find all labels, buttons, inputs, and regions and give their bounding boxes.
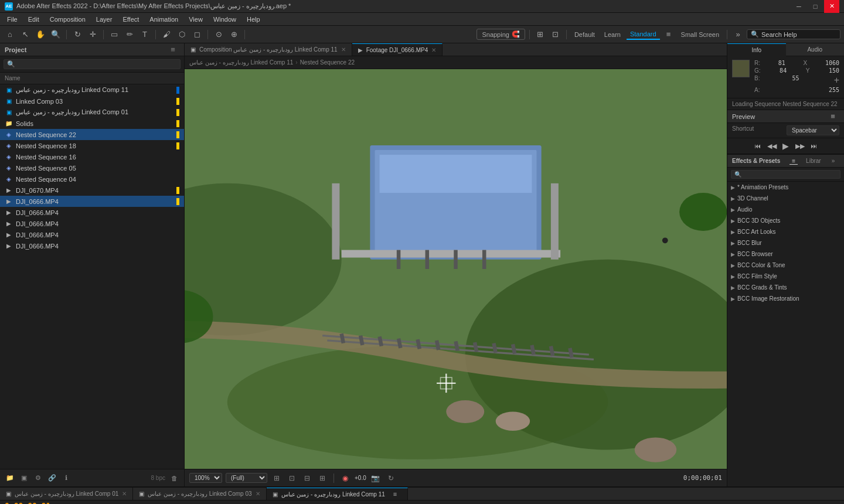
proj-trash[interactable]: 🗑: [169, 473, 179, 483]
menu-effect[interactable]: Effect: [118, 15, 144, 24]
project-item-5[interactable]: ◈ Nested Sequence 22: [0, 129, 184, 140]
zoom-select[interactable]: 100% 50% 200% Fit: [189, 473, 222, 483]
project-item-13[interactable]: ▶ DJI_0666.MP4: [0, 218, 184, 229]
info-tab[interactable]: Info: [727, 43, 786, 56]
puppet-tool[interactable]: ⊕: [227, 28, 240, 41]
eff-cat-bcc-color[interactable]: ▶ BCC Color & Tone: [727, 260, 844, 271]
eff-cat-bcc-image[interactable]: ▶ BCC Image Restoration: [727, 293, 844, 304]
project-search-input[interactable]: [17, 61, 177, 68]
menu-composition[interactable]: Composition: [45, 15, 90, 24]
project-item-1[interactable]: ▣ رودبارچیره - زمین عباس Linked Comp 11: [0, 84, 184, 96]
eff-cat-bcc-blur[interactable]: ▶ BCC Blur: [727, 237, 844, 248]
track-tool[interactable]: ✛: [86, 28, 99, 41]
roto-tool[interactable]: ⊙: [212, 28, 225, 41]
bc-item-2[interactable]: Nested Sequence 22: [300, 59, 355, 66]
safe-icon[interactable]: ⊟: [301, 472, 313, 484]
go-first-btn[interactable]: ⏮: [753, 141, 763, 151]
close-button[interactable]: ✕: [824, 0, 839, 13]
comp11-menu-icon[interactable]: ≡: [389, 488, 401, 500]
eff-cat-audio[interactable]: ▶ Audio: [727, 204, 844, 215]
preview-tab-footage[interactable]: ▶ Footage DJI_0666.MP4 ✕: [352, 43, 443, 56]
effects-search-input[interactable]: [743, 171, 837, 178]
play-btn[interactable]: ▶: [781, 141, 791, 151]
workspace-default[interactable]: Default: [571, 30, 598, 39]
search-input[interactable]: [761, 31, 826, 38]
stamp-tool[interactable]: ⬡: [175, 28, 188, 41]
eff-cat-bcc-browser[interactable]: ▶ BCC Browser: [727, 248, 844, 260]
tl-tab-comp11[interactable]: ▣ رودبارچیره - زمین عباس Linked Comp 11 …: [267, 488, 408, 500]
project-item-4[interactable]: 📁 Solids: [0, 118, 184, 129]
eff-cat-bcc-art[interactable]: ▶ BCC Art Looks: [727, 226, 844, 237]
brush-tool[interactable]: 🖌: [160, 28, 173, 41]
resolution-icon[interactable]: ⊞: [271, 472, 283, 484]
menu-layer[interactable]: Layer: [91, 15, 117, 24]
proj-new-comp[interactable]: ▣: [19, 473, 29, 483]
bc-item-1[interactable]: رودبارچیره - زمین عباس Linked Comp 11: [189, 59, 293, 66]
eff-cat-3d-channel[interactable]: ▶ 3D Channel: [727, 193, 844, 204]
hand-tool[interactable]: ✋: [34, 28, 47, 41]
audio-tab[interactable]: Audio: [786, 43, 845, 56]
eff-cat-bcc-film[interactable]: ▶ BCC Film Style: [727, 271, 844, 282]
tl-tab-comp03[interactable]: ▣ رودبارچیره - زمین عباس Linked Comp 03 …: [133, 488, 266, 500]
comp-tab-close[interactable]: ✕: [341, 46, 346, 53]
comp03-tab-close[interactable]: ✕: [256, 491, 260, 497]
extra-btn2[interactable]: ⊡: [549, 28, 562, 41]
workspace-smallscreen[interactable]: Small Screen: [678, 30, 723, 39]
project-item-2[interactable]: ▣ Linked Comp 03: [0, 96, 184, 107]
proj-info[interactable]: ℹ: [61, 473, 72, 483]
eff-cat-bcc-3d[interactable]: ▶ BCC 3D Objects: [727, 215, 844, 226]
eff-cat-animation-presets[interactable]: ▶ * Animation Presets: [727, 182, 844, 193]
fit-icon[interactable]: ⊡: [286, 472, 298, 484]
preview-section-menu[interactable]: ≡: [826, 110, 839, 123]
effects-expand-btn[interactable]: »: [829, 158, 838, 165]
rect-tool[interactable]: ▭: [108, 28, 121, 41]
menu-window[interactable]: Window: [209, 15, 241, 24]
grid-icon[interactable]: ⊞: [316, 472, 328, 484]
menu-edit[interactable]: Edit: [23, 15, 44, 24]
orbit-tool[interactable]: ↻: [71, 28, 84, 41]
menu-animation[interactable]: Animation: [145, 15, 183, 24]
effects-tab[interactable]: ≡: [789, 158, 798, 165]
select-tool[interactable]: ↖: [19, 28, 32, 41]
proj-new-folder[interactable]: 📁: [5, 473, 15, 483]
go-last-btn[interactable]: ⏭: [809, 141, 819, 151]
proj-deps[interactable]: 🔗: [47, 473, 57, 483]
menu-help[interactable]: Help: [242, 15, 265, 24]
maximize-button[interactable]: □: [808, 0, 823, 13]
workspace-menu-icon[interactable]: ≡: [662, 28, 675, 41]
project-item-12[interactable]: ▶ DJI_0666.MP4: [0, 207, 184, 218]
project-item-15[interactable]: ▶ DJI_0666.MP4: [0, 240, 184, 251]
text-tool[interactable]: T: [138, 28, 151, 41]
project-item-6[interactable]: ◈ Nested Sequence 18: [0, 140, 184, 151]
home-tool[interactable]: ⌂: [4, 28, 16, 41]
footage-tab-close[interactable]: ✕: [431, 47, 436, 53]
proj-settings[interactable]: ⚙: [33, 473, 43, 483]
shortcut-select[interactable]: Spacebar 0 (Numpad): [787, 125, 839, 135]
workspace-standard[interactable]: Standard: [627, 29, 660, 40]
tl-tab-comp01[interactable]: ▣ رودبارچیره - زمین عباس Linked Comp 01 …: [0, 488, 133, 500]
extra-btn1[interactable]: ⊞: [534, 28, 547, 41]
workspace-arrow[interactable]: »: [731, 28, 744, 41]
project-item-14[interactable]: ▶ DJI_0666.MP4: [0, 229, 184, 240]
minimize-button[interactable]: ─: [791, 0, 806, 13]
camera-icon[interactable]: 📷: [370, 472, 382, 484]
project-item-11[interactable]: ▶ DJI_0666.MP4: [0, 196, 184, 207]
snapping-button[interactable]: Snapping 🧲: [477, 29, 525, 40]
step-back-btn[interactable]: ◀◀: [767, 141, 777, 151]
eff-cat-bcc-grads[interactable]: ▶ BCC Grads & Tints: [727, 282, 844, 293]
project-item-10[interactable]: ▶ DJI_0670.MP4: [0, 185, 184, 196]
project-item-7[interactable]: ◈ Nested Sequence 16: [0, 151, 184, 162]
step-fwd-btn[interactable]: ▶▶: [795, 141, 805, 151]
preview-tab-comp11[interactable]: ▣ Composition رودبارچیره - زمین عباس Lin…: [185, 43, 352, 56]
project-item-3[interactable]: ▣ رودبارچیره - زمین عباس Linked Comp 01: [0, 107, 184, 118]
menu-file[interactable]: File: [2, 15, 22, 24]
project-menu-icon[interactable]: ≡: [166, 43, 179, 56]
zoom-tool[interactable]: 🔍: [49, 28, 62, 41]
quality-select[interactable]: (Full) (Half) (Quarter): [226, 473, 267, 483]
project-item-8[interactable]: ◈ Nested Sequence 05: [0, 162, 184, 173]
pen-tool[interactable]: ✏: [123, 28, 136, 41]
project-item-9[interactable]: ◈ Nested Sequence 04: [0, 173, 184, 185]
comp01-tab-close[interactable]: ✕: [122, 491, 127, 497]
toggle-icon[interactable]: ↻: [385, 472, 397, 484]
library-tab[interactable]: Librar: [804, 158, 823, 165]
